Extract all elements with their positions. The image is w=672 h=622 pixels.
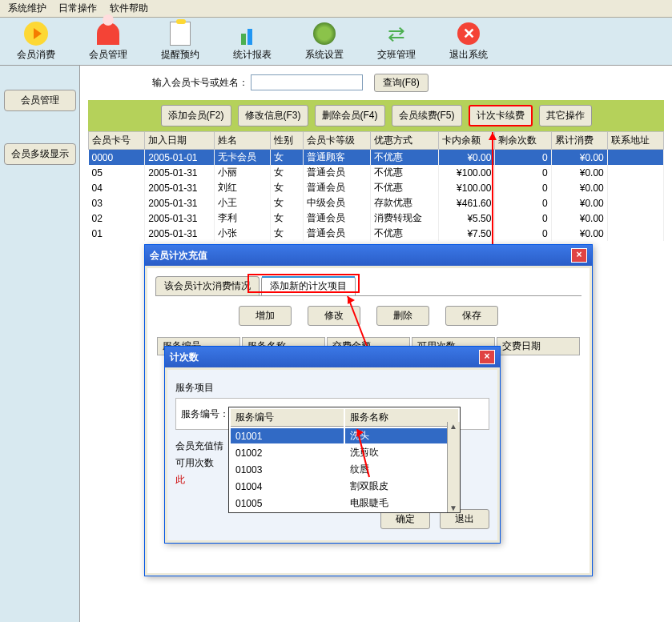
chart-icon (239, 21, 265, 46)
cell-addr (607, 180, 663, 195)
other-ops-button[interactable]: 其它操作 (539, 105, 592, 126)
table-row[interactable]: 022005-01-31李利女普通会员消费转现金¥5.500¥0.00 (89, 211, 664, 226)
cell-sex: 女 (270, 195, 303, 211)
person-icon (95, 21, 121, 46)
cell-times: 0 (495, 165, 551, 180)
cell-date: 2005-01-31 (145, 180, 215, 195)
cell-addr (607, 150, 663, 166)
sidebar-member-mgmt[interactable]: 会员管理 (4, 90, 76, 111)
dropdown-name: 洗剪吹 (345, 445, 458, 460)
table-header[interactable]: 姓名 (214, 132, 270, 150)
table-row[interactable]: 052005-01-31小丽女普通会员不优惠¥100.000¥0.00 (89, 165, 664, 180)
service-dropdown[interactable]: 服务编号 服务名称 01001洗头01002洗剪吹01003纹唇01004割双眼… (228, 407, 461, 513)
tab-add-count-item[interactable]: 添加新的计次项目 (261, 276, 356, 295)
add-member-button[interactable]: 添加会员(F2) (161, 105, 231, 126)
cell-sex: 女 (270, 150, 303, 166)
edit-member-button[interactable]: 修改信息(F3) (238, 105, 308, 126)
cell-spend: ¥0.00 (551, 211, 607, 226)
toolbar-clip[interactable]: 提醒预约 (144, 21, 216, 62)
table-header[interactable]: 会员卡号 (89, 132, 145, 150)
dropdown-name: 纹唇 (345, 462, 458, 477)
dialog2-close-button[interactable]: × (479, 350, 495, 364)
cell-addr (607, 165, 663, 180)
cell-balance: ¥100.00 (439, 165, 495, 180)
search-input[interactable] (251, 74, 363, 90)
delete-member-button[interactable]: 删除会员(F4) (315, 105, 385, 126)
times-label: 可用次数 (175, 456, 214, 470)
sidebar-multi-display[interactable]: 会员多级显示 (4, 143, 76, 165)
table-header[interactable]: 剩余次数 (495, 132, 551, 150)
table-row[interactable]: 042005-01-31刘红女普通会员不优惠¥100.000¥0.00 (89, 180, 664, 195)
table-header[interactable]: 加入日期 (145, 132, 215, 150)
table-header[interactable]: 优惠方式 (371, 132, 439, 150)
svg-marker-3 (348, 296, 355, 304)
menu-help[interactable]: 软件帮助 (105, 1, 153, 15)
cell-balance: ¥0.00 (439, 150, 495, 166)
menu-sys[interactable]: 系统维护 (3, 1, 51, 15)
cell-sex: 女 (270, 165, 303, 180)
cell-date: 2005-01-31 (145, 211, 215, 226)
toolbar-person[interactable]: 会员管理 (72, 21, 144, 62)
toolbar: 会员消费会员管理提醒预约统计报表系统设置⇄交班管理退出系统 (0, 18, 672, 66)
cell-date: 2005-01-01 (145, 150, 215, 166)
dialog2-title: 计次数 (170, 351, 199, 364)
action-bar: 添加会员(F2) 修改信息(F3) 删除会员(F4) 会员续费(F5) 计次卡续… (88, 100, 664, 131)
renew-member-button[interactable]: 会员续费(F5) (392, 105, 462, 126)
table-row[interactable]: 012005-01-31小张女普通会员不优惠¥7.500¥0.00 (89, 226, 664, 241)
count-renew-button[interactable]: 计次卡续费 (469, 105, 533, 126)
cell-card: 04 (89, 180, 145, 195)
dropdown-row[interactable]: 01004割双眼皮 (231, 479, 458, 494)
dialog1-delete-button[interactable]: 删除 (376, 306, 429, 326)
dropdown-col-name: 服务名称 (345, 409, 458, 427)
cell-name: 刘红 (214, 180, 270, 195)
cell-sex: 女 (270, 180, 303, 195)
table-row[interactable]: 00002005-01-01无卡会员女普通顾客不优惠¥0.000¥0.00 (89, 150, 664, 166)
dialog1-save-button[interactable]: 保存 (445, 306, 498, 326)
note-label: 此 (175, 473, 185, 487)
dialog1-close-button[interactable]: × (571, 248, 587, 263)
toolbar-arrow[interactable]: ⇄交班管理 (360, 21, 433, 62)
table-header[interactable]: 卡内余额 (439, 132, 495, 150)
dropdown-row[interactable]: 01003纹唇 (231, 462, 458, 477)
arrow-icon: ⇄ (384, 21, 409, 46)
table-header[interactable]: 联系地址 (607, 132, 663, 150)
service-code-label: 服务编号： (181, 407, 229, 421)
dropdown-code: 01001 (231, 428, 344, 443)
dialog1-title: 会员计次充值 (150, 249, 207, 263)
dialog1-add-button[interactable]: 增加 (239, 306, 292, 326)
cell-card: 05 (89, 165, 145, 180)
table-header[interactable]: 累计消费 (551, 132, 607, 150)
cell-name: 小丽 (214, 165, 270, 180)
toolbar-chart[interactable]: 统计报表 (216, 21, 288, 62)
cell-spend: ¥0.00 (551, 195, 607, 211)
dropdown-row[interactable]: 01002洗剪吹 (231, 445, 458, 460)
toolbar-gear[interactable]: 系统设置 (288, 21, 360, 62)
dropdown-scrollbar[interactable] (447, 422, 460, 512)
cell-level: 普通会员 (303, 165, 371, 180)
toolbar-label: 会员消费 (17, 48, 55, 62)
dropdown-row[interactable]: 01005电眼睫毛 (231, 496, 458, 511)
table-header[interactable]: 会员卡等级 (303, 132, 371, 150)
cell-times: 0 (495, 195, 551, 211)
cell-times: 0 (495, 211, 551, 226)
cell-spend: ¥0.00 (551, 226, 607, 241)
cell-level: 普通顾客 (303, 150, 371, 166)
toolbar-label: 会员管理 (89, 48, 127, 62)
menu-daily[interactable]: 日常操作 (54, 1, 102, 15)
table-row[interactable]: 032005-01-31小王女中级会员存款优惠¥461.600¥0.00 (89, 195, 664, 211)
search-button[interactable]: 查询(F8) (374, 74, 429, 92)
cell-name: 小王 (214, 195, 270, 211)
cell-sex: 女 (270, 211, 303, 226)
tab-consume-history[interactable]: 该会员计次消费情况 (155, 276, 260, 295)
dropdown-row[interactable]: 01001洗头 (231, 428, 458, 443)
cell-discount: 消费转现金 (371, 211, 439, 226)
play-icon (23, 21, 49, 46)
cell-balance: ¥7.50 (439, 226, 495, 241)
toolbar-play[interactable]: 会员消费 (0, 21, 72, 62)
table-header[interactable]: 性别 (270, 132, 303, 150)
cell-date: 2005-01-31 (145, 165, 215, 180)
dialog1-edit-button[interactable]: 修改 (308, 306, 360, 326)
exit-icon (456, 21, 481, 46)
cell-addr (607, 195, 663, 211)
toolbar-exit[interactable]: 退出系统 (433, 21, 505, 62)
